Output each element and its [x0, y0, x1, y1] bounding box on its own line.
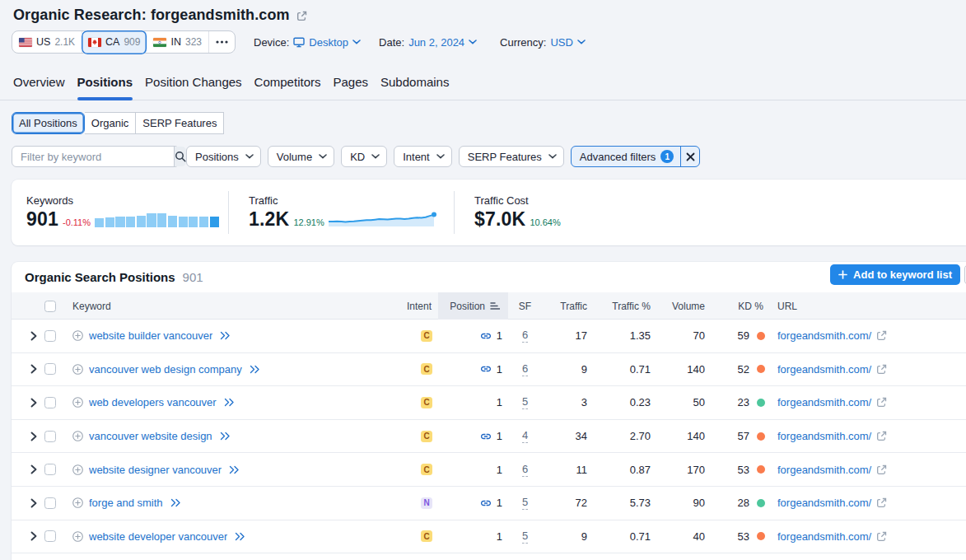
nav-tab[interactable]: Overview: [13, 63, 65, 100]
select-all-checkbox[interactable]: [44, 301, 56, 312]
serp-features-count[interactable]: 4: [522, 429, 528, 443]
filter-dropdown[interactable]: KD: [341, 146, 387, 167]
link-icon[interactable]: [479, 330, 492, 342]
intent-badge[interactable]: C: [421, 464, 432, 475]
link-icon[interactable]: [479, 431, 492, 442]
nav-tab[interactable]: Pages: [333, 63, 368, 100]
serp-features-count[interactable]: 6: [522, 329, 528, 343]
result-url-link[interactable]: forgeandsmith.com/: [777, 329, 871, 342]
more-countries-button[interactable]: [209, 31, 235, 53]
add-to-keyword-list-button[interactable]: Add to keyword list: [830, 264, 960, 285]
serp-features-count[interactable]: 5: [522, 395, 528, 409]
open-url-external-icon[interactable]: [876, 464, 887, 475]
double-chevron-icon[interactable]: [220, 331, 231, 340]
open-url-external-icon[interactable]: [876, 497, 887, 508]
country-tab[interactable]: IN 323: [147, 31, 209, 53]
traffic-trend-sparkline[interactable]: [329, 212, 437, 226]
keyword-filter-input[interactable]: [12, 147, 174, 166]
row-checkbox[interactable]: [44, 363, 56, 375]
expand-row-button[interactable]: [12, 364, 40, 374]
column-header-position[interactable]: Position: [438, 292, 508, 320]
open-url-external-icon[interactable]: [876, 364, 887, 375]
double-chevron-icon[interactable]: [229, 465, 240, 474]
row-checkbox[interactable]: [44, 431, 56, 442]
row-checkbox[interactable]: [44, 397, 56, 408]
add-keyword-icon[interactable]: [72, 364, 83, 375]
expand-row-button[interactable]: [12, 398, 40, 408]
date-selector[interactable]: Date: Jun 2, 2024: [379, 36, 477, 49]
column-header-kd[interactable]: KD %: [708, 301, 769, 312]
filter-dropdown[interactable]: Volume: [268, 146, 334, 167]
expand-row-button[interactable]: [12, 331, 40, 341]
open-url-external-icon[interactable]: [876, 397, 887, 408]
open-domain-external-icon[interactable]: [296, 11, 307, 21]
serp-features-count[interactable]: 5: [522, 530, 528, 544]
country-tab[interactable]: CA 909: [82, 30, 147, 54]
currency-selector[interactable]: Currency: USD: [500, 36, 586, 49]
double-chevron-icon[interactable]: [224, 398, 235, 407]
add-keyword-icon[interactable]: [72, 497, 83, 508]
row-checkbox[interactable]: [44, 497, 56, 509]
filter-dropdown[interactable]: SERP Features: [459, 146, 564, 167]
position-type-chip[interactable]: Organic: [85, 112, 137, 134]
intent-badge[interactable]: C: [421, 431, 432, 442]
intent-badge[interactable]: C: [421, 330, 432, 342]
serp-features-count[interactable]: 6: [522, 463, 528, 477]
expand-row-button[interactable]: [12, 498, 40, 508]
advanced-filters-button[interactable]: Advanced filters 1: [572, 147, 681, 166]
intent-badge[interactable]: C: [421, 397, 432, 408]
column-header-keyword[interactable]: Keyword: [61, 301, 385, 312]
column-header-traffic-pct[interactable]: Traffic %: [590, 301, 654, 312]
intent-badge[interactable]: C: [421, 530, 432, 542]
open-url-external-icon[interactable]: [876, 431, 887, 441]
link-icon[interactable]: [479, 363, 492, 375]
keywords-trend-bar-chart[interactable]: [95, 212, 219, 227]
country-tab[interactable]: US 2.1K: [12, 31, 82, 53]
result-url-link[interactable]: forgeandsmith.com/: [777, 530, 871, 543]
open-url-external-icon[interactable]: [876, 531, 887, 542]
double-chevron-icon[interactable]: [170, 498, 181, 507]
add-keyword-icon[interactable]: [72, 330, 83, 341]
expand-row-button[interactable]: [12, 531, 40, 541]
keyword-link[interactable]: web developers vancouver: [89, 396, 217, 408]
nav-tab[interactable]: Positions: [77, 63, 133, 100]
result-url-link[interactable]: forgeandsmith.com/: [777, 363, 871, 376]
column-header-url[interactable]: URL: [769, 301, 966, 312]
row-checkbox[interactable]: [44, 330, 56, 342]
add-keyword-icon[interactable]: [72, 531, 83, 542]
nav-tab[interactable]: Subdomains: [380, 63, 449, 100]
double-chevron-icon[interactable]: [220, 432, 231, 441]
add-keyword-icon[interactable]: [72, 464, 83, 475]
keyword-link[interactable]: website developer vancouver: [89, 530, 227, 543]
result-url-link[interactable]: forgeandsmith.com/: [777, 464, 871, 476]
open-url-external-icon[interactable]: [876, 330, 887, 341]
serp-features-count[interactable]: 6: [522, 362, 528, 376]
keyword-filter-search-button[interactable]: [174, 147, 186, 166]
column-header-intent[interactable]: Intent: [385, 301, 438, 312]
result-url-link[interactable]: forgeandsmith.com/: [777, 396, 871, 408]
keyword-link[interactable]: forge and smith: [89, 497, 163, 509]
link-icon[interactable]: [479, 497, 492, 509]
keyword-link[interactable]: website builder vancouver: [89, 329, 212, 342]
nav-tab[interactable]: Competitors: [254, 63, 321, 100]
clear-advanced-filters-button[interactable]: [680, 147, 699, 166]
position-type-chip[interactable]: SERP Features: [136, 112, 224, 134]
add-keyword-icon[interactable]: [72, 397, 83, 408]
expand-row-button[interactable]: [12, 464, 40, 474]
keyword-link[interactable]: website designer vancouver: [89, 464, 222, 476]
result-url-link[interactable]: forgeandsmith.com/: [777, 430, 871, 442]
column-header-sf[interactable]: SF: [508, 301, 542, 312]
position-type-chip[interactable]: All Positions: [12, 112, 85, 134]
row-checkbox[interactable]: [44, 464, 56, 475]
double-chevron-icon[interactable]: [235, 532, 245, 541]
intent-badge[interactable]: C: [421, 363, 432, 375]
result-url-link[interactable]: forgeandsmith.com/: [777, 497, 871, 509]
keyword-link[interactable]: vancouver website design: [89, 430, 212, 442]
column-header-volume[interactable]: Volume: [654, 301, 708, 312]
keyword-link[interactable]: vancouver web design company: [89, 363, 242, 376]
row-checkbox[interactable]: [44, 530, 56, 542]
double-chevron-icon[interactable]: [250, 365, 260, 374]
expand-row-button[interactable]: [12, 432, 40, 441]
nav-tab[interactable]: Position Changes: [145, 63, 242, 100]
serp-features-count[interactable]: 5: [522, 496, 528, 510]
